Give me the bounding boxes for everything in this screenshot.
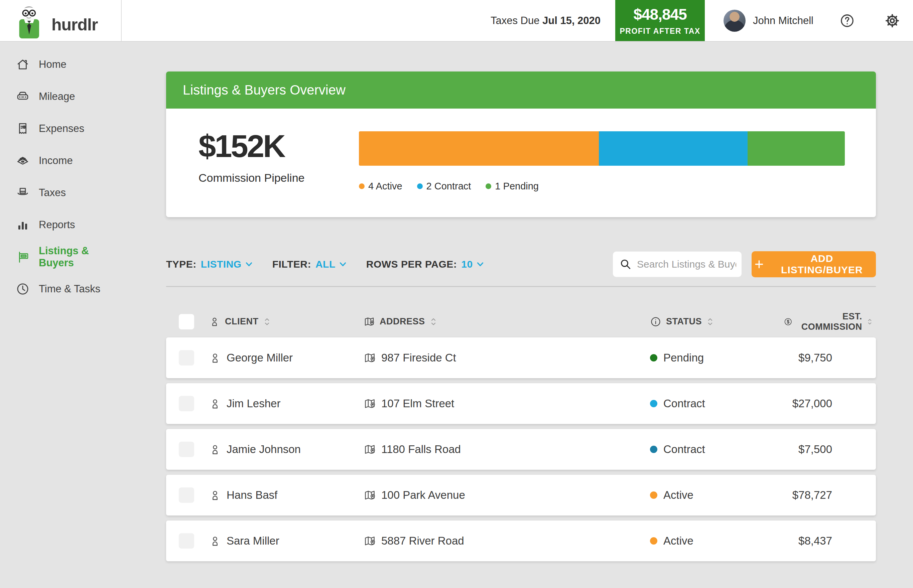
row-checkbox[interactable]: [179, 488, 194, 503]
type-value: LISTING: [201, 258, 242, 270]
overview-card-body: $152K Commission Pipeline 4 Active 2 Con…: [166, 108, 876, 217]
legend-dot-active: [359, 183, 365, 189]
sidebar-item-home[interactable]: Home: [0, 48, 122, 81]
column-label: EST. COMMISSION: [797, 312, 862, 332]
status-label: Active: [663, 489, 693, 501]
person-icon: [209, 316, 220, 328]
sort-icon: [430, 317, 437, 327]
column-header-address[interactable]: ADDRESS: [364, 316, 437, 328]
commission-value: $9,750: [798, 351, 832, 364]
map-pin-icon: [364, 352, 376, 364]
user-menu[interactable]: John Mitchell: [724, 10, 813, 32]
overview-title: Listings & Buyers Overview: [183, 82, 346, 98]
client-name: Sara Miller: [226, 535, 280, 547]
taxes-due-date: Jul 15, 2020: [542, 15, 601, 26]
hurdlr-logo: [15, 4, 47, 40]
profit-amount: $48,845: [633, 5, 687, 23]
legend-item-pending: 1 Pending: [486, 181, 539, 192]
settings-button[interactable]: [884, 13, 900, 29]
sidebar-item-expenses[interactable]: Expenses: [0, 113, 122, 145]
sort-icon: [263, 317, 271, 327]
column-label: CLIENT: [225, 317, 259, 327]
column-header-status[interactable]: STATUS: [650, 316, 714, 328]
rows-per-page-value: 10: [461, 258, 473, 270]
map-pin-icon: [364, 397, 376, 410]
search-input[interactable]: [636, 258, 737, 270]
sidebar-item-label: Home: [39, 58, 66, 71]
bar-chart-icon: [16, 218, 30, 232]
info-icon: [650, 316, 661, 328]
type-dropdown[interactable]: TYPE: LISTING: [166, 258, 254, 270]
select-all-checkbox[interactable]: [179, 314, 194, 330]
row-checkbox[interactable]: [179, 533, 194, 549]
legend-item-active: 4 Active: [359, 181, 402, 192]
sidebar-item-mileage[interactable]: Mileage: [0, 81, 122, 113]
chevron-down-icon: [244, 260, 254, 269]
person-icon: [209, 443, 221, 456]
table-header-row: CLIENT ADDRESS: [166, 306, 876, 338]
taxes-due: Taxes Due Jul 15, 2020: [491, 15, 601, 27]
taxes-due-label: Taxes Due: [491, 15, 540, 26]
sidebar-item-label: Time & Tasks: [39, 283, 100, 295]
table-row[interactable]: George Miller 987 Fireside Ct Pending $9…: [166, 338, 876, 378]
filter-dropdown[interactable]: FILTER: ALL: [272, 258, 347, 270]
legend-item-contract: 2 Contract: [417, 181, 471, 192]
person-icon: [209, 489, 221, 501]
row-checkbox[interactable]: [179, 396, 194, 411]
legend-label: 2 Contract: [427, 181, 471, 192]
column-header-client[interactable]: CLIENT: [209, 316, 271, 328]
commission-value: $7,500: [798, 443, 832, 456]
rows-per-page-dropdown[interactable]: ROWS PER PAGE: 10: [366, 258, 485, 270]
search-box: [613, 252, 742, 277]
sidebar-item-label: Taxes: [39, 187, 66, 199]
top-bar-right: Taxes Due Jul 15, 2020 $48,845 PROFIT AF…: [491, 0, 913, 41]
sidebar-item-time-tasks[interactable]: Time & Tasks: [0, 273, 122, 305]
legend-dot-contract: [417, 183, 423, 189]
status-dot: [650, 354, 657, 362]
client-name: Jim Lesher: [226, 397, 280, 410]
row-checkbox[interactable]: [179, 350, 194, 365]
status-dot: [650, 400, 657, 407]
map-pin-icon: [364, 443, 376, 456]
address: 987 Fireside Ct: [381, 351, 456, 364]
help-icon: [839, 13, 855, 28]
filter-group: TYPE: LISTING FILTER: ALL ROWS PER PAGE:…: [166, 258, 485, 270]
sidebar-item-listings-buyers[interactable]: Listings & Buyers: [0, 241, 122, 273]
add-listing-buyer-button[interactable]: ADD LISTING/BUYER: [751, 251, 876, 277]
row-checkbox[interactable]: [179, 442, 194, 457]
profit-after-tax-box: $48,845 PROFIT AFTER TAX: [615, 0, 705, 41]
sidebar-item-label: Reports: [39, 219, 75, 231]
person-icon: [209, 535, 221, 547]
table-row[interactable]: Jamie Johnson 1180 Falls Road Contract $…: [166, 429, 876, 470]
profit-label: PROFIT AFTER TAX: [620, 27, 700, 36]
plus-icon: [754, 258, 764, 270]
car-icon: [16, 89, 30, 103]
help-button[interactable]: [839, 13, 855, 28]
sidebar-item-taxes[interactable]: Taxes: [0, 177, 122, 209]
status-label: Active: [663, 535, 693, 547]
legend-label: 4 Active: [368, 181, 402, 192]
table-row[interactable]: Hans Basf 100 Park Avenue Active $78,727: [166, 475, 876, 515]
table-row[interactable]: Jim Lesher 107 Elm Street Contract $27,0…: [166, 383, 876, 424]
top-bar: hurdlr Taxes Due Jul 15, 2020 $48,845 PR…: [0, 0, 913, 42]
legend-label: 1 Pending: [495, 181, 539, 192]
table-row[interactable]: Sara Miller 5887 River Road Active $8,43…: [166, 520, 876, 561]
pipeline-amount: $152K: [199, 131, 284, 162]
sidebar-item-reports[interactable]: Reports: [0, 209, 122, 241]
listings-toolbar: TYPE: LISTING FILTER: ALL ROWS PER PAGE:…: [166, 251, 876, 277]
column-header-est-commission[interactable]: EST. COMMISSION: [784, 312, 873, 332]
person-icon: [209, 397, 221, 410]
gear-icon: [884, 13, 900, 29]
commission-value: $27,000: [792, 397, 832, 410]
sidebar-item-income[interactable]: Income: [0, 145, 122, 177]
address: 5887 River Road: [381, 535, 464, 547]
status-dot: [650, 491, 657, 499]
app-screen: hurdlr Taxes Due Jul 15, 2020 $48,845 PR…: [0, 0, 913, 588]
top-hat-icon: [16, 186, 30, 200]
commission-value: $78,727: [792, 489, 832, 501]
map-pin-icon: [364, 489, 376, 501]
avatar[interactable]: [724, 10, 746, 32]
address: 107 Elm Street: [381, 397, 454, 410]
address: 100 Park Avenue: [381, 489, 465, 501]
toolbar-divider: [166, 286, 876, 287]
